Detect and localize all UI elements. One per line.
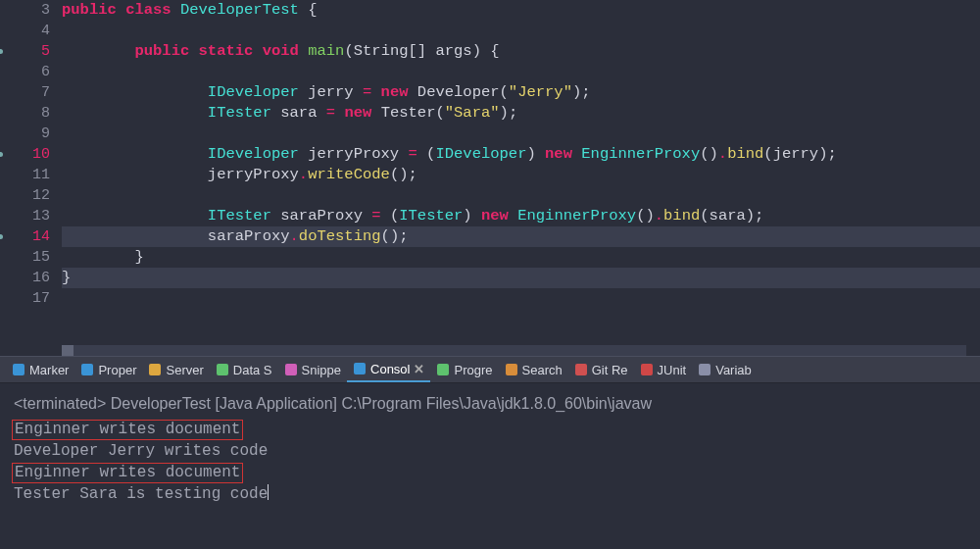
tab-icon — [505, 363, 518, 376]
line-number: 10 — [0, 144, 50, 165]
tab-icon — [698, 363, 711, 376]
line-number: 4 — [0, 21, 50, 41]
tab-consol[interactable]: Consol✕ — [347, 357, 430, 382]
code-editor[interactable]: 34567891011121314151617 public class Dev… — [0, 0, 980, 356]
line-number: 8 — [0, 103, 50, 124]
line-number: 17 — [0, 288, 50, 309]
line-number: 5 — [0, 41, 50, 62]
text-caret — [268, 484, 269, 500]
tab-icon — [12, 363, 25, 376]
code-line[interactable]: jerryProxy.writeCode(); — [62, 165, 980, 185]
code-line[interactable] — [62, 62, 980, 82]
tab-label: Snippe — [302, 363, 341, 377]
tab-label: Git Re — [592, 363, 628, 377]
tab-icon — [80, 363, 94, 376]
line-number: 15 — [0, 247, 50, 268]
tab-junit[interactable]: JUnit — [634, 357, 693, 382]
tab-label: Search — [522, 363, 563, 377]
line-number: 9 — [0, 124, 50, 144]
code-line[interactable]: ITester sara = new Tester("Sara"); — [62, 103, 980, 124]
close-icon[interactable]: ✕ — [414, 362, 424, 376]
line-number: 12 — [0, 185, 50, 206]
console-line: Developer Jerry writes code — [14, 440, 966, 462]
code-line[interactable]: IDeveloper jerryProxy = (IDeveloper) new… — [62, 144, 980, 165]
line-number-gutter: 34567891011121314151617 — [0, 0, 62, 356]
tab-marker[interactable]: Marker — [6, 357, 74, 382]
tab-icon — [148, 363, 162, 376]
tab-icon — [216, 363, 229, 376]
code-line[interactable]: IDeveloper jerry = new Developer("Jerry"… — [62, 82, 980, 103]
horizontal-scrollbar[interactable] — [62, 345, 966, 356]
tab-icon — [353, 362, 367, 375]
tab-git-re[interactable]: Git Re — [568, 357, 634, 382]
code-line[interactable]: saraProxy.doTesting(); — [62, 226, 980, 247]
tab-server[interactable]: Server — [142, 357, 209, 382]
line-number: 13 — [0, 206, 50, 226]
line-number: 6 — [0, 62, 50, 82]
line-number: 16 — [0, 268, 50, 288]
tab-label: JUnit — [658, 363, 687, 377]
panel-tab-bar: MarkerProperServerData SSnippeConsol✕Pro… — [0, 356, 980, 383]
console-line: Tester Sara is testing code — [14, 483, 966, 505]
tab-variab[interactable]: Variab — [692, 357, 758, 382]
code-line[interactable]: ITester saraProxy = (ITester) new Enginn… — [62, 206, 980, 226]
line-number: 3 — [0, 0, 50, 21]
tab-label: Server — [166, 363, 203, 377]
line-number: 11 — [0, 165, 50, 185]
code-line[interactable] — [62, 288, 980, 309]
tab-proper[interactable]: Proper — [74, 357, 142, 382]
tab-icon — [640, 363, 654, 376]
tab-snippe[interactable]: Snippe — [278, 357, 347, 382]
code-line[interactable]: public static void main(String[] args) { — [62, 41, 980, 62]
console-terminated-header: <terminated> DeveloperTest [Java Applica… — [14, 393, 966, 415]
tab-label: Consol — [370, 362, 410, 376]
tab-data-s[interactable]: Data S — [210, 357, 278, 382]
tab-icon — [574, 363, 588, 376]
tab-icon — [284, 363, 298, 376]
tab-label: Data S — [233, 363, 272, 377]
horizontal-scrollbar-thumb[interactable] — [62, 345, 74, 356]
code-line[interactable] — [62, 124, 980, 144]
tab-progre[interactable]: Progre — [430, 357, 498, 382]
code-line[interactable] — [62, 185, 980, 206]
tab-icon — [436, 363, 450, 376]
console-line: Enginner writes document — [14, 419, 966, 440]
tab-label: Proper — [98, 363, 136, 377]
tab-label: Progre — [454, 363, 492, 377]
console-panel: <terminated> DeveloperTest [Java Applica… — [0, 383, 980, 549]
line-number: 7 — [0, 82, 50, 103]
code-line[interactable]: } — [62, 247, 980, 268]
code-line[interactable]: public class DeveloperTest { — [62, 0, 980, 21]
code-line[interactable]: } — [62, 268, 980, 288]
tab-label: Marker — [29, 363, 69, 377]
tab-label: Variab — [715, 363, 752, 377]
console-output: Enginner writes documentDeveloper Jerry … — [14, 419, 966, 505]
tab-search[interactable]: Search — [499, 357, 568, 382]
code-area[interactable]: public class DeveloperTest { public stat… — [62, 0, 980, 356]
console-line: Enginner writes document — [14, 462, 966, 483]
code-line[interactable] — [62, 21, 980, 41]
line-number: 14 — [0, 226, 50, 247]
